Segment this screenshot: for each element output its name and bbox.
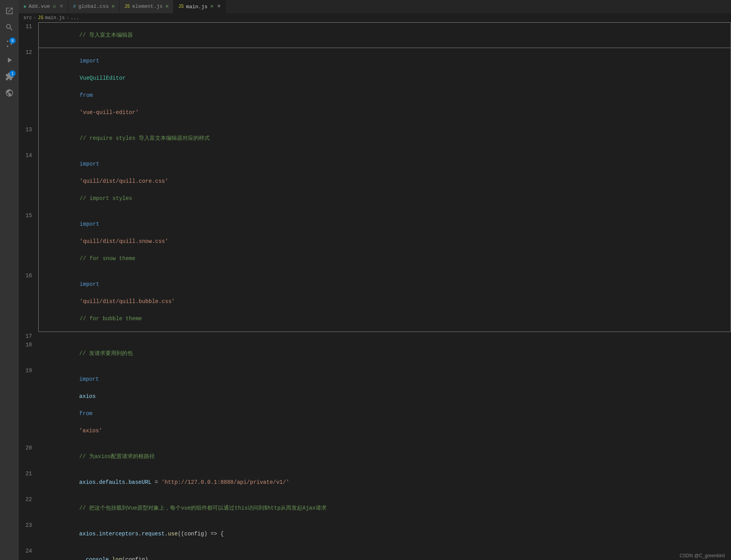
line-number: 14: [19, 151, 38, 211]
table-row: 14 import 'quill/dist/quill.core.css' //…: [19, 151, 731, 211]
search-icon[interactable]: [2, 20, 17, 35]
line-content: import 'quill/dist/quill.core.css' // im…: [38, 151, 731, 211]
line-content: import axios from 'axios': [38, 366, 731, 444]
code-token: [80, 66, 83, 73]
line-content: axios.defaults.baseURL = 'http://127.0.0…: [38, 469, 731, 495]
table-row: 23 axios.interceptors.request.use((confi…: [19, 521, 731, 547]
code-token: axios: [79, 393, 96, 399]
code-token: 'quill/dist/quill.core.css': [80, 178, 168, 184]
line-content: console.log(config): [38, 547, 731, 560]
code-token: [79, 385, 82, 391]
table-row: 16 import 'quill/dist/quill.bubble.css' …: [19, 271, 731, 332]
line-number: 21: [19, 469, 38, 495]
code-token: // for bubble theme: [80, 316, 142, 322]
code-token: [80, 230, 83, 236]
tab-label-global-css: global.css: [78, 4, 109, 9]
table-row: 18 // 发请求要用到的包: [19, 341, 731, 366]
editor-area: 11 // 导入富文本编辑器 12 import VueQuillEditor …: [19, 22, 731, 560]
code-token: [79, 402, 82, 408]
tab-status-element-js: M: [166, 4, 168, 9]
code-token: import: [79, 376, 99, 382]
table-row: 11 // 导入富文本编辑器: [19, 22, 731, 48]
breadcrumb-js-icon: JS: [38, 15, 43, 21]
code-token: // import styles: [80, 195, 132, 202]
main-content: ◈ Add.vue U × # global.css M JS element.…: [19, 0, 731, 560]
table-row: 22 // 把这个包挂载到Vue原型对象上，每个vue的组件都可以通过this访…: [19, 495, 731, 521]
table-row: 13 // require styles 导入富文本编辑器对应的样式: [19, 125, 731, 151]
code-token: 'vue-quill-editor': [80, 109, 139, 116]
line-number: 20: [19, 444, 38, 469]
tab-bar: ◈ Add.vue U × # global.css M JS element.…: [19, 0, 731, 14]
code-token: .: [125, 479, 128, 485]
extensions-icon[interactable]: 1: [2, 69, 17, 84]
code-token: baseURL: [129, 479, 152, 485]
js-file-icon-main: JS: [178, 4, 184, 9]
code-token: =: [152, 479, 161, 485]
code-token: VueQuillEditor: [80, 75, 126, 81]
code-token: // require styles 导入富文本编辑器对应的样式: [80, 135, 210, 141]
table-row: 20 // 为axios配置请求的根路径: [19, 444, 731, 469]
breadcrumb: src › JS main.js › ...: [19, 14, 731, 22]
code-token: .: [96, 479, 99, 485]
activity-bar: 8 1: [0, 0, 19, 560]
line-number: 15: [19, 211, 38, 271]
code-token: [80, 187, 83, 193]
line-number: 22: [19, 495, 38, 521]
tab-label-add-vue: Add.vue: [29, 4, 50, 9]
line-number: 24: [19, 547, 38, 560]
table-row: 19 import axios from 'axios': [19, 366, 731, 444]
line-number: 19: [19, 366, 38, 444]
code-token: // for snow theme: [80, 255, 136, 262]
code-token: 'quill/dist/quill.snow.css': [80, 238, 168, 244]
code-token: import: [80, 281, 99, 287]
csdn-watermark: CSDN @C_greenbird: [679, 553, 725, 558]
line-number: 13: [19, 125, 38, 151]
source-control-badge: 8: [9, 37, 16, 44]
table-row: 15 import 'quill/dist/quill.snow.css' //…: [19, 211, 731, 271]
code-token: [80, 169, 83, 176]
tab-element-js[interactable]: JS element.js M: [120, 0, 173, 13]
code-token: [80, 84, 83, 90]
code-token: import: [80, 161, 99, 167]
tab-close-main-js[interactable]: ×: [217, 3, 221, 10]
table-row: 17: [19, 332, 731, 341]
code-token: // 导入富文本编辑器: [79, 32, 133, 38]
tab-close-add-vue[interactable]: ×: [59, 3, 63, 10]
code-token: 'axios': [79, 428, 102, 434]
tab-main-js[interactable]: JS main.js M ×: [173, 0, 226, 13]
css-file-icon: #: [73, 4, 76, 9]
tab-status-main-js: M: [211, 4, 213, 9]
code-token: // 为axios配置请求的根路径: [79, 453, 155, 460]
code-token: axios: [79, 479, 96, 485]
line-content: // 发请求要用到的包: [38, 341, 731, 366]
line-content: [38, 332, 731, 341]
code-token: [80, 247, 83, 253]
code-token: [80, 307, 83, 313]
breadcrumb-filename[interactable]: main.js: [45, 15, 64, 21]
tab-label-element-js: element.js: [132, 4, 163, 9]
code-container[interactable]: 11 // 导入富文本编辑器 12 import VueQuillEditor …: [19, 22, 731, 560]
line-number: 18: [19, 341, 38, 366]
breadcrumb-src[interactable]: src: [23, 15, 32, 21]
breadcrumb-ellipsis: ...: [71, 15, 79, 21]
line-number: 23: [19, 521, 38, 547]
line-number: 11: [19, 22, 38, 48]
vue-file-icon: ◈: [23, 4, 26, 9]
code-token: [79, 419, 82, 425]
code-token: import: [80, 221, 99, 227]
tab-status-add-vue: U: [53, 4, 56, 9]
code-token: // 把这个包挂载到Vue原型对象上，每个vue的组件都可以通过this访问到$…: [79, 505, 327, 511]
source-control-icon[interactable]: 8: [2, 36, 17, 52]
code-token: from: [79, 410, 93, 417]
explorer-icon[interactable]: [2, 3, 17, 19]
tab-global-css[interactable]: # global.css M: [68, 0, 120, 13]
tab-add-vue[interactable]: ◈ Add.vue U ×: [19, 0, 68, 13]
line-content: // 为axios配置请求的根路径: [38, 444, 731, 469]
run-debug-icon[interactable]: [2, 52, 17, 68]
remote-icon[interactable]: [2, 85, 17, 101]
table-row: 12 import VueQuillEditor from 'vue-quill…: [19, 48, 731, 125]
line-content: axios.interceptors.request.use((config) …: [38, 521, 731, 547]
code-token: import: [80, 58, 99, 64]
line-number: 17: [19, 332, 38, 341]
code-lines: 11 // 导入富文本编辑器 12 import VueQuillEditor …: [19, 22, 731, 560]
